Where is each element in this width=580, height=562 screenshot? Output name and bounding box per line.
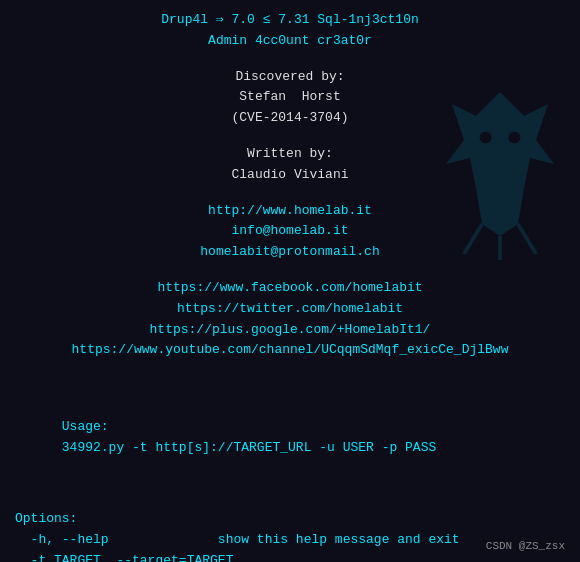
- usage-label: Usage:: [62, 419, 109, 434]
- usage-line: Usage: 34992.py -t http[s]://TARGET_URL …: [15, 396, 565, 479]
- discovered-name: Stefan Horst: [15, 87, 565, 108]
- options-label: Options:: [15, 509, 565, 530]
- options-help: -h, --help show this help message and ex…: [15, 530, 565, 551]
- options-section: Options: -h, --help show this help messa…: [15, 509, 565, 562]
- usage-command: 34992.py -t http[s]://TARGET_URL -u USER…: [62, 440, 436, 455]
- written-name: Claudio Viviani: [15, 165, 565, 186]
- link-twitter[interactable]: https://twitter.com/homelabit: [15, 299, 565, 320]
- link-youtube[interactable]: https://www.youtube.com/channel/UCqqmSdM…: [15, 340, 565, 361]
- link-facebook[interactable]: https://www.facebook.com/homelabit: [15, 278, 565, 299]
- header-line1: Drup4l ⇒ 7.0 ≤ 7.31 Sql-1nj3ct10n: [15, 10, 565, 31]
- link-email2[interactable]: homelabit@protonmail.ch: [15, 242, 565, 263]
- written-label: Written by:: [15, 144, 565, 165]
- discovered-cve: (CVE-2014-3704): [15, 108, 565, 129]
- main-content: Drup4l ⇒ 7.0 ≤ 7.31 Sql-1nj3ct10n Admin …: [15, 10, 565, 562]
- terminal-window: Drup4l ⇒ 7.0 ≤ 7.31 Sql-1nj3ct10n Admin …: [0, 0, 580, 562]
- header-line2: Admin 4cc0unt cr3at0r: [15, 31, 565, 52]
- options-target-flag: -t TARGET, --target=TARGET: [15, 551, 565, 562]
- discovered-label: Discovered by:: [15, 67, 565, 88]
- link-email1[interactable]: info@homelab.it: [15, 221, 565, 242]
- link-google[interactable]: https://plus.google.com/+HomelabIt1/: [15, 320, 565, 341]
- link-website[interactable]: http://www.homelab.it: [15, 201, 565, 222]
